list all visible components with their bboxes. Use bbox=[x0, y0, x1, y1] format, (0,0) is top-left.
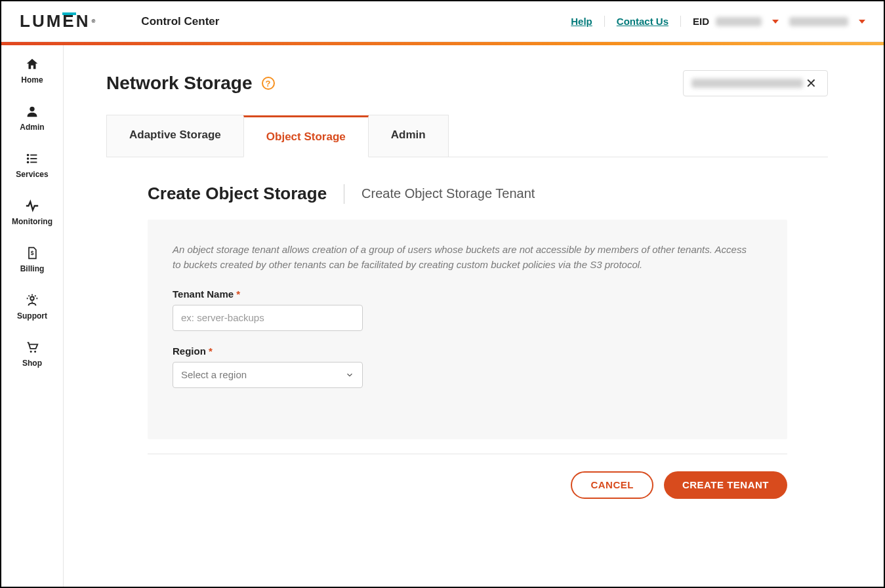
create-tenant-button[interactable]: CREATE TENANT bbox=[664, 471, 787, 499]
panel-description: An object storage tenant allows creation… bbox=[173, 242, 750, 273]
tab-adaptive-storage[interactable]: Adaptive Storage bbox=[106, 115, 244, 157]
sidebar-item-billing[interactable]: $ Billing bbox=[20, 246, 45, 273]
cancel-button[interactable]: CANCEL bbox=[571, 471, 653, 499]
divider bbox=[148, 454, 787, 454]
sidebar-item-label: Shop bbox=[22, 359, 42, 368]
svg-point-5 bbox=[27, 161, 30, 164]
sidebar-item-support[interactable]: Support bbox=[17, 293, 47, 321]
tab-admin[interactable]: Admin bbox=[368, 115, 449, 157]
tenant-name-input[interactable] bbox=[173, 305, 363, 331]
sidebar-item-shop[interactable]: Shop bbox=[22, 340, 42, 368]
sidebar-item-label: Services bbox=[16, 170, 48, 179]
gear-user-icon bbox=[25, 293, 39, 307]
tab-object-storage[interactable]: Object Storage bbox=[243, 115, 369, 157]
svg-point-10 bbox=[34, 351, 36, 353]
context-chip[interactable]: ✕ bbox=[683, 70, 828, 96]
main-content: Network Storage ? ✕ Adaptive Storage Obj… bbox=[64, 45, 884, 587]
user-icon bbox=[25, 104, 39, 119]
form-panel: An object storage tenant allows creation… bbox=[148, 220, 787, 439]
context-value-redacted bbox=[691, 79, 803, 88]
sidebar: Home Admin Services Monitoring $ Billing bbox=[1, 45, 64, 587]
chevron-down-icon bbox=[772, 20, 779, 24]
svg-point-3 bbox=[27, 157, 30, 160]
header: LUMEN® Control Center Help Contact Us EI… bbox=[1, 1, 884, 42]
sidebar-item-monitoring[interactable]: Monitoring bbox=[12, 199, 52, 226]
svg-point-8 bbox=[30, 297, 34, 301]
page-title-text: Network Storage bbox=[106, 73, 253, 94]
region-label-text: Region bbox=[173, 345, 206, 357]
sidebar-item-admin[interactable]: Admin bbox=[20, 104, 44, 132]
contact-us-link[interactable]: Contact Us bbox=[605, 16, 681, 27]
header-right: Help Contact Us EID bbox=[559, 16, 869, 27]
eid-value-redacted bbox=[716, 17, 762, 26]
help-icon[interactable]: ? bbox=[262, 77, 275, 90]
sidebar-item-label: Support bbox=[17, 311, 47, 321]
section-breadcrumb: Create Object Storage Tenant bbox=[361, 186, 535, 201]
home-icon bbox=[25, 57, 39, 71]
tenant-name-label: Tenant Name * bbox=[173, 288, 762, 300]
svg-point-1 bbox=[27, 154, 30, 157]
chevron-down-icon bbox=[345, 370, 354, 380]
sidebar-item-home[interactable]: Home bbox=[21, 57, 43, 85]
required-marker: * bbox=[209, 345, 213, 357]
svg-rect-4 bbox=[30, 158, 37, 159]
user-name-redacted bbox=[789, 17, 848, 26]
divider bbox=[344, 184, 344, 204]
sidebar-item-label: Home bbox=[21, 75, 43, 85]
help-link[interactable]: Help bbox=[559, 16, 605, 27]
region-label: Region * bbox=[173, 345, 762, 357]
region-select-placeholder: Select a region bbox=[181, 369, 247, 380]
sidebar-item-label: Billing bbox=[20, 264, 45, 273]
svg-point-9 bbox=[30, 351, 32, 353]
sidebar-item-label: Monitoring bbox=[12, 217, 52, 226]
region-select[interactable]: Select a region bbox=[173, 362, 363, 388]
close-icon[interactable]: ✕ bbox=[803, 75, 819, 91]
region-field: Region * Select a region bbox=[173, 345, 762, 388]
svg-point-0 bbox=[30, 107, 34, 111]
svg-rect-2 bbox=[30, 155, 37, 156]
invoice-icon: $ bbox=[25, 246, 39, 260]
eid-prefix: EID bbox=[693, 16, 709, 27]
page-title: Network Storage ? bbox=[106, 73, 275, 94]
required-marker: * bbox=[236, 288, 240, 300]
eid-dropdown[interactable]: EID bbox=[681, 16, 869, 27]
svg-text:$: $ bbox=[31, 250, 34, 256]
logo[interactable]: LUMEN® bbox=[20, 11, 95, 31]
breadcrumb: Create Object Storage Create Object Stor… bbox=[148, 184, 828, 204]
tabs: Adaptive Storage Object Storage Admin bbox=[106, 115, 828, 157]
cart-icon bbox=[25, 340, 39, 355]
sidebar-item-label: Admin bbox=[20, 123, 44, 132]
pulse-icon bbox=[25, 199, 39, 213]
tenant-name-label-text: Tenant Name bbox=[173, 288, 234, 300]
app-name: Control Center bbox=[141, 15, 219, 28]
tenant-name-field: Tenant Name * bbox=[173, 288, 762, 331]
sidebar-item-services[interactable]: Services bbox=[16, 151, 48, 179]
chevron-down-icon bbox=[859, 20, 865, 24]
form-actions: CANCEL CREATE TENANT bbox=[148, 471, 787, 499]
section-heading: Create Object Storage bbox=[148, 184, 327, 204]
list-icon bbox=[25, 151, 39, 166]
svg-rect-6 bbox=[30, 162, 37, 163]
